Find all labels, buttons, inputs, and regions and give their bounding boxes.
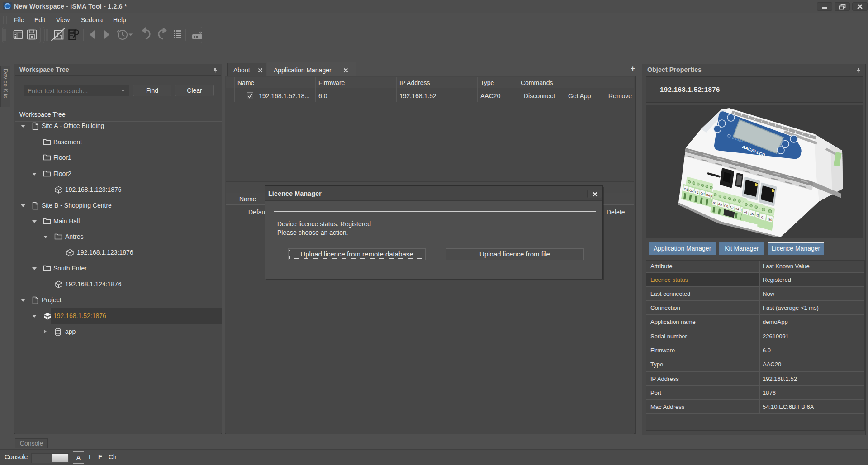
svg-text:G: G xyxy=(761,216,764,219)
